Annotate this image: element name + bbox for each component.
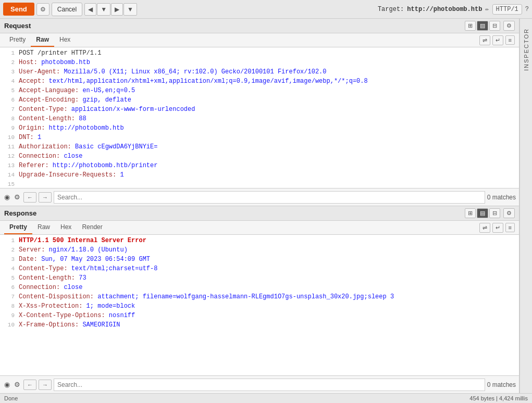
tab-request-raw[interactable]: Raw	[31, 33, 54, 47]
tab-response-render[interactable]: Render	[77, 221, 107, 234]
line-content: Accept-Language: en-US,en;q=0.5	[19, 87, 517, 94]
send-button[interactable]: Send	[3, 3, 34, 16]
line-number: 5	[2, 87, 15, 94]
response-tool-grid[interactable]: ⊞	[465, 208, 476, 218]
table-row: 4Content-Type: text/html;charset=utf-8	[0, 265, 519, 274]
response-matches-count: 0 matches	[487, 381, 516, 388]
table-row: 1HTTP/1.1 500 Internal Server Error	[0, 237, 519, 246]
tab-response-pretty[interactable]: Pretty	[4, 221, 32, 234]
response-search-bar: ◉ ⚙ ← → 0 matches	[0, 375, 519, 393]
request-tool-settings[interactable]: ⚙	[503, 21, 515, 31]
table-row: 2Server: nginx/1.18.0 (Ubuntu)	[0, 246, 519, 256]
request-search-circle-btn[interactable]: ◉	[3, 192, 11, 202]
request-newline-btn[interactable]: ↵	[492, 35, 503, 45]
settings-button[interactable]: ⚙	[36, 3, 50, 16]
request-menu-btn[interactable]: ≡	[505, 35, 515, 45]
request-section: Request ⊞ ▤ ⊟ ⚙ Pretty Raw Hex ⇌ ↵ ≡	[0, 19, 519, 206]
response-newline-btn[interactable]: ↵	[492, 223, 503, 233]
tab-response-hex[interactable]: Hex	[55, 221, 77, 234]
response-search-prev-btn[interactable]: ←	[23, 380, 36, 390]
table-row: 13Referer: http://photobomb.htb/printer	[0, 162, 519, 171]
response-search-input[interactable]	[54, 379, 485, 391]
status-bar: Done 454 bytes | 4,424 millis	[0, 393, 532, 403]
line-number: 11	[2, 143, 15, 150]
target-info: Target: http://photobomb.htb ✏ HTTP/1 ?	[378, 4, 529, 15]
line-content: Connection: close	[19, 284, 517, 291]
request-wrap-btn[interactable]: ⇌	[479, 35, 490, 45]
request-search-prev-btn[interactable]: ←	[23, 192, 36, 203]
line-number: 9	[2, 312, 15, 319]
line-number: 3	[2, 68, 15, 75]
cancel-button[interactable]: Cancel	[52, 3, 82, 16]
request-matches-count: 0 matches	[487, 194, 516, 201]
line-content: Accept-Encoding: gzip, deflate	[19, 96, 517, 104]
response-header: Response ⊞ ▤ ⊟ ⚙	[0, 206, 519, 221]
request-search-cog-btn[interactable]: ⚙	[13, 192, 21, 202]
response-tool-settings[interactable]: ⚙	[503, 208, 515, 218]
top-toolbar: Send ⚙ Cancel ◀ ▼ ▶ ▼ Target: http://pho…	[0, 0, 532, 19]
table-row: 7Content-Type: application/x-www-form-ur…	[0, 106, 519, 115]
response-search-next-btn[interactable]: →	[39, 380, 52, 390]
request-header: Request ⊞ ▤ ⊟ ⚙	[0, 19, 519, 33]
line-content: X-Xss-Protection: 1; mode=block	[19, 303, 517, 310]
response-tools: ⊞ ▤ ⊟ ⚙	[465, 208, 515, 218]
line-number: 8	[2, 115, 15, 122]
table-row: 3Date: Sun, 07 May 2023 06:54:09 GMT	[0, 256, 519, 265]
line-number: 1	[2, 49, 15, 56]
request-tabs: Pretty Raw Hex ⇌ ↵ ≡	[0, 33, 519, 47]
line-content: Upgrade-Insecure-Requests: 1	[19, 171, 517, 179]
next-button-top[interactable]: ▶	[111, 3, 123, 16]
line-content: Content-Length: 73	[19, 274, 517, 282]
request-search-next-btn[interactable]: →	[39, 192, 52, 203]
tab-request-hex[interactable]: Hex	[54, 33, 76, 47]
line-number: 4	[2, 78, 15, 84]
info-icon[interactable]: ?	[525, 6, 529, 13]
response-code-area[interactable]: 1HTTP/1.1 500 Internal Server Error2Serv…	[0, 235, 519, 375]
tab-response-raw[interactable]: Raw	[32, 221, 55, 234]
line-number: 10	[2, 134, 15, 141]
prev-button[interactable]: ◀	[84, 3, 96, 16]
http-version-badge[interactable]: HTTP/1	[492, 4, 522, 15]
response-info: 454 bytes | 4,424 millis	[469, 395, 528, 401]
line-number: 7	[2, 106, 15, 112]
response-section: Response ⊞ ▤ ⊟ ⚙ Pretty Raw Hex Render ⇌…	[0, 206, 519, 393]
response-wrap-btn[interactable]: ⇌	[479, 223, 490, 233]
response-menu-btn[interactable]: ≡	[505, 223, 515, 232]
request-search-input[interactable]	[54, 191, 485, 204]
main-content: Request ⊞ ▤ ⊟ ⚙ Pretty Raw Hex ⇌ ↵ ≡	[0, 19, 532, 393]
line-content: Content-Type: application/x-www-form-url…	[19, 106, 517, 113]
line-number: 5	[2, 274, 15, 281]
request-tool-list[interactable]: ▤	[477, 21, 488, 31]
left-panel: Request ⊞ ▤ ⊟ ⚙ Pretty Raw Hex ⇌ ↵ ≡	[0, 19, 519, 393]
request-tool-alt[interactable]: ⊟	[489, 21, 500, 31]
target-url: http://photobomb.htb	[407, 6, 482, 13]
table-row: 1POST /printer HTTP/1.1	[0, 49, 519, 59]
response-search-cog-btn[interactable]: ⚙	[13, 380, 21, 389]
line-number: 2	[2, 246, 15, 253]
line-content: X-Frame-Options: SAMEORIGIN	[19, 321, 517, 329]
table-row: 5Content-Length: 73	[0, 274, 519, 284]
request-tool-grid[interactable]: ⊞	[465, 21, 476, 31]
target-label: Target:	[378, 6, 404, 13]
line-content: Connection: close	[19, 153, 517, 160]
line-content: POST /printer HTTP/1.1	[19, 49, 517, 57]
table-row: 9X-Content-Type-Options: nosniff	[0, 312, 519, 321]
line-content: Content-Type: text/html;charset=utf-8	[19, 265, 517, 272]
inspector-panel: INSPECTOR	[519, 19, 532, 393]
line-number: 10	[2, 321, 15, 328]
dropdown-button[interactable]: ▼	[97, 3, 110, 16]
tab-request-pretty[interactable]: Pretty	[4, 33, 31, 47]
line-content: DNT: 1	[19, 134, 517, 141]
table-row: 8X-Xss-Protection: 1; mode=block	[0, 303, 519, 312]
line-number: 1	[2, 237, 15, 244]
line-content: Referer: http://photobomb.htb/printer	[19, 162, 517, 169]
response-tool-list[interactable]: ▤	[477, 208, 488, 218]
response-tool-alt[interactable]: ⊟	[489, 208, 500, 218]
request-code-area[interactable]: 1POST /printer HTTP/1.12Host: photobomb.…	[0, 47, 519, 188]
table-row: 9Origin: http://photobomb.htb	[0, 124, 519, 134]
edit-icon[interactable]: ✏	[485, 5, 489, 13]
next-dropdown-button[interactable]: ▼	[123, 3, 137, 16]
nav-group: ◀ ▼ ▶ ▼	[84, 3, 137, 16]
table-row: 6Accept-Encoding: gzip, deflate	[0, 96, 519, 106]
response-search-circle-btn[interactable]: ◉	[3, 380, 11, 389]
